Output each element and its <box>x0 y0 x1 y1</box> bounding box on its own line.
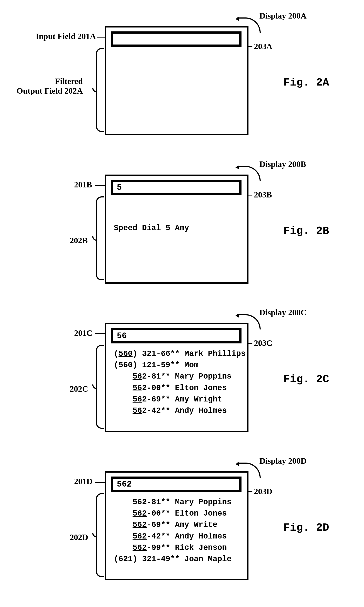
brace-icon <box>96 196 104 280</box>
cursor-label: 203D <box>254 487 272 496</box>
figure-title: Fig. 2C <box>283 373 329 386</box>
input-field-label: 201D <box>74 477 92 486</box>
list-item[interactable]: Speed Dial 5 Amy <box>114 222 189 234</box>
list-item[interactable]: (621) 321-49** Joan Maple <box>114 553 232 565</box>
output-list: (560) 321-66** Mark Phillips(560) 121-59… <box>114 348 246 416</box>
list-item[interactable]: 562-42** Andy Holmes <box>114 405 246 416</box>
list-item[interactable]: 562-00** Elton Jones <box>114 383 246 394</box>
cursor-label: 203B <box>254 190 272 199</box>
list-item[interactable]: (560) 121-59** Mom <box>114 359 246 371</box>
figure-title: Fig. 2D <box>283 522 329 534</box>
list-item[interactable]: 562-99** Rick Jenson <box>114 542 232 553</box>
list-item[interactable]: 562-81** Mary Poppins <box>114 371 246 382</box>
brace-icon <box>96 493 104 577</box>
figure-title: Fig. 2A <box>283 76 329 89</box>
display-box: 562 562-81** Mary Poppins 562-00** Elton… <box>105 471 248 580</box>
list-item[interactable]: 562-00** Elton Jones <box>114 508 232 519</box>
figure-2c: Display 200C 201C 202C 203C 56 (560) 321… <box>9 305 355 445</box>
list-item[interactable]: 562-81** Mary Poppins <box>114 497 232 508</box>
figure-2d: Display 200D 201D 202D 203D 562 562-81**… <box>9 454 355 593</box>
display-box: 5 Speed Dial 5 Amy <box>105 175 248 284</box>
input-field[interactable] <box>111 31 242 47</box>
input-field-label: 201C <box>74 328 92 338</box>
output-field-label: Filtered Output Field 202A <box>11 76 83 96</box>
cursor-label: 203A <box>254 41 272 51</box>
input-field[interactable]: 562 <box>111 477 242 492</box>
output-field-label: 202B <box>70 236 88 245</box>
cursor-label: 203C <box>254 338 272 348</box>
display-callout-label: Display 200B <box>259 159 306 169</box>
display-callout-label: Display 200A <box>259 11 306 21</box>
input-field-label: Input Field 201A <box>24 31 96 41</box>
figure-title: Fig. 2B <box>283 225 329 237</box>
output-list: 562-81** Mary Poppins 562-00** Elton Jon… <box>114 497 232 565</box>
display-callout-label: Display 200C <box>259 308 306 317</box>
figure-2a: Display 200A Input Field 201A Filtered O… <box>9 9 355 148</box>
input-field[interactable]: 56 <box>111 328 242 344</box>
list-item[interactable]: 562-42** Andy Holmes <box>114 531 232 542</box>
display-box <box>105 26 248 135</box>
display-callout-label: Display 200D <box>259 456 306 466</box>
output-list: Speed Dial 5 Amy <box>114 200 189 257</box>
output-field-label: 202D <box>70 532 88 542</box>
display-box: 56 (560) 321-66** Mark Phillips(560) 121… <box>105 323 248 432</box>
input-field-label: 201B <box>74 180 92 189</box>
output-field-label: 202C <box>70 384 88 394</box>
brace-icon <box>96 345 104 429</box>
brace-icon <box>96 48 104 132</box>
list-item[interactable]: (560) 321-66** Mark Phillips <box>114 348 246 359</box>
list-item[interactable]: 562-69** Amy Wright <box>114 394 246 405</box>
list-item[interactable]: 562-69** Amy Write <box>114 519 232 531</box>
figure-2b: Display 200B 201B 202B 203B 5 Speed Dial… <box>9 157 355 297</box>
input-field[interactable]: 5 <box>111 180 242 195</box>
